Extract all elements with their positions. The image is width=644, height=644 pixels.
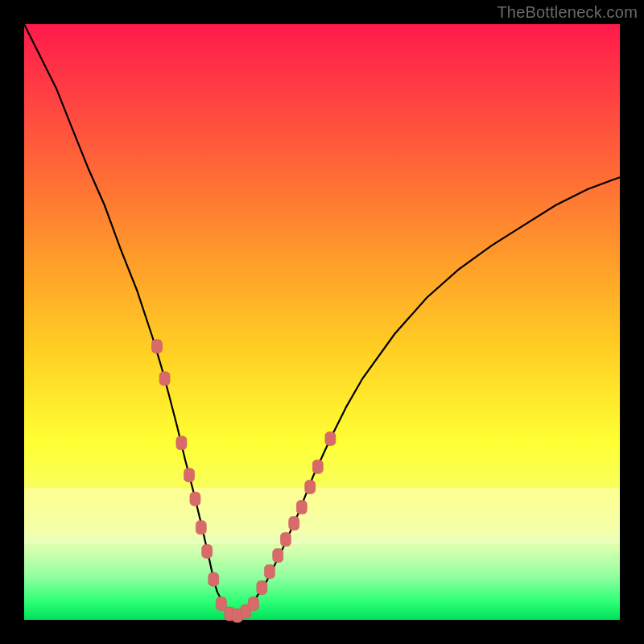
curve-marker bbox=[257, 581, 267, 595]
curve-marker bbox=[184, 469, 195, 482]
curve-marker bbox=[280, 533, 291, 547]
curve-marker bbox=[159, 372, 170, 386]
curve-marker bbox=[196, 521, 206, 535]
curve-marker bbox=[305, 481, 316, 494]
curve-marker bbox=[176, 436, 187, 450]
curve-markers bbox=[152, 340, 336, 623]
curve-marker bbox=[248, 597, 258, 611]
bottleneck-curve bbox=[24, 24, 620, 616]
plot-area bbox=[24, 24, 620, 620]
curve-marker bbox=[216, 597, 226, 611]
curve-marker bbox=[152, 340, 163, 353]
curve-marker bbox=[312, 460, 323, 473]
curve-marker bbox=[325, 432, 336, 446]
chart-frame: TheBottleneck.com bbox=[0, 0, 644, 644]
curve-svg bbox=[24, 24, 620, 620]
curve-marker bbox=[273, 549, 283, 563]
curve-marker bbox=[296, 501, 307, 514]
curve-marker bbox=[190, 492, 200, 506]
curve-marker bbox=[208, 572, 219, 586]
curve-marker bbox=[289, 517, 299, 530]
watermark-text: TheBottleneck.com bbox=[497, 3, 638, 22]
curve-marker bbox=[264, 565, 275, 579]
curve-marker bbox=[202, 544, 213, 558]
